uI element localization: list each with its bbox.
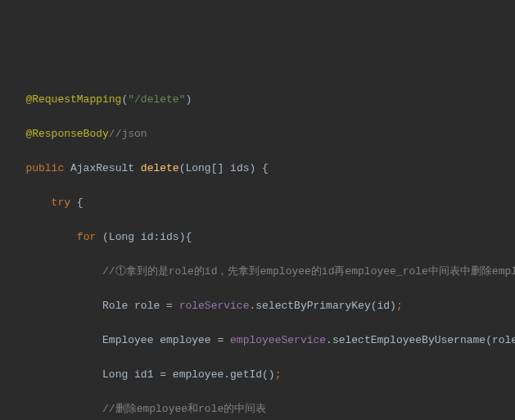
code-line: @ResponseBody//json [7,125,508,142]
field: roleService [179,300,250,312]
code-line: Employee employee = employeeService.sele… [7,332,508,349]
text: Employee employee = [102,334,230,346]
param: Long[] ids [185,162,249,174]
keyword: for [77,231,96,243]
comment: //json [109,128,147,140]
comment: //①拿到的是role的id，先拿到employee的id再employee_r… [102,265,515,278]
code-line: Role role = roleService.selectByPrimaryK… [7,297,508,314]
text: Long id1 = employee.getId() [102,368,275,381]
semicolon: ; [275,368,282,381]
code-block: @RequestMapping("/delete") @ResponseBody… [7,74,508,420]
code-line: try { [7,194,508,211]
keyword: public [25,162,64,174]
code-line: Long id1 = employee.getId(); [7,366,508,383]
code-line: //①拿到的是role的id，先拿到employee的id再employee_r… [7,263,508,280]
comment: //删除employee和role的中间表 [102,403,266,415]
text: (Long id:ids){ [96,231,192,243]
annotation: @RequestMapping [25,93,121,106]
code-line: //删除employee和role的中间表 [7,400,508,418]
annotation: @ResponseBody [25,128,108,140]
brace: { [70,196,84,209]
text: .selectByPrimaryKey(id) [249,300,395,312]
field: employeeService [230,334,326,346]
text: .selectEmployeeByUsername(role.getSn()) [326,334,515,346]
keyword: try [52,196,70,209]
text: AjaxResult [64,162,141,174]
semicolon: ; [396,300,403,312]
string-literal: "/delete" [128,93,185,106]
code-line: for (Long id:ids){ [7,228,508,246]
code-line: @RequestMapping("/delete") [7,91,508,108]
code-line: public AjaxResult delete(Long[] ids) { [7,160,508,177]
paren: ) [185,93,192,106]
paren: ) { [249,162,268,174]
text: Role role = [102,300,179,312]
method-name: delete [141,162,179,174]
